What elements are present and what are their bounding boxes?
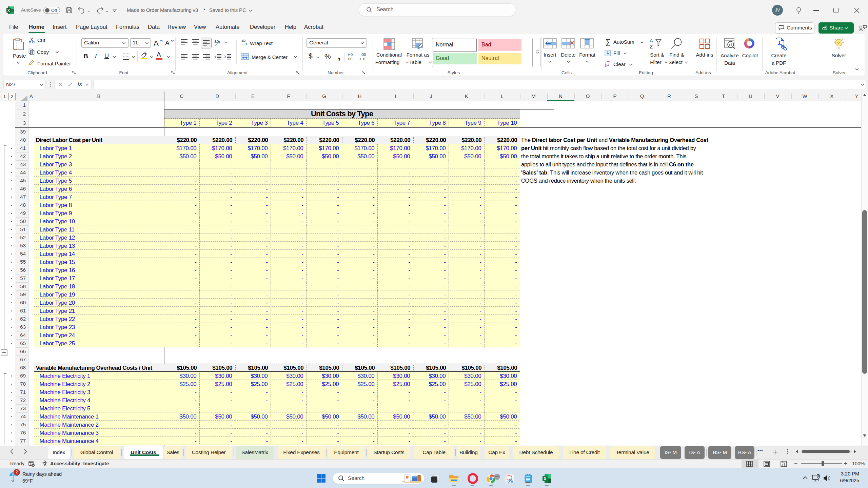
- svg-text:X: X: [544, 476, 546, 481]
- svg-text:A: A: [165, 39, 170, 46]
- svg-text:A: A: [154, 39, 159, 47]
- svg-text:ab: ab: [214, 39, 219, 44]
- svg-text:.00: .00: [347, 57, 352, 61]
- svg-text:.00: .00: [361, 53, 366, 57]
- svg-text:0: 0: [351, 53, 353, 57]
- svg-text:Z: Z: [650, 44, 653, 49]
- svg-text:.0: .0: [362, 57, 365, 61]
- svg-text:X: X: [7, 8, 10, 13]
- svg-text:ab: ab: [241, 38, 245, 42]
- svg-text:A: A: [650, 38, 653, 43]
